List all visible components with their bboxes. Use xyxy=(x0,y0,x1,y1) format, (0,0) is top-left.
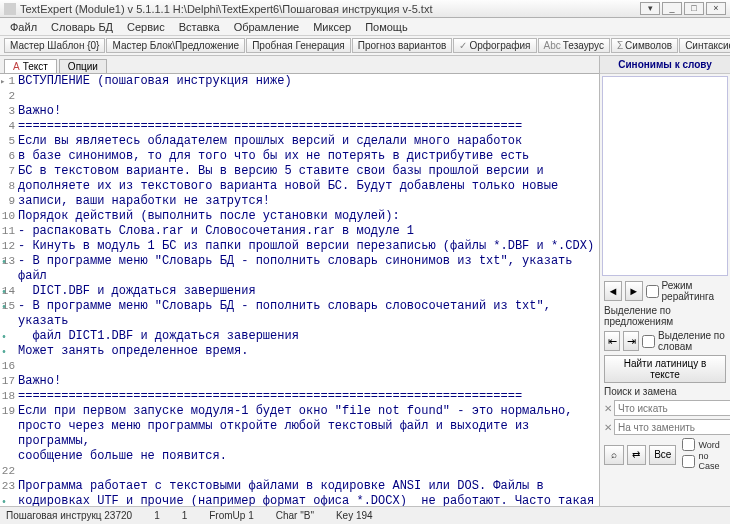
line-text[interactable]: ВСТУПЛЕНИЕ (пошаговая инструкция ниже) xyxy=(18,74,599,89)
dot-icon xyxy=(0,330,11,342)
line-text[interactable]: Порядок действий (выполнить после устано… xyxy=(18,209,599,224)
menu-файл[interactable]: Файл xyxy=(4,20,43,34)
editor-line[interactable]: 3Важно! xyxy=(0,104,599,119)
line-text[interactable]: ========================================… xyxy=(18,389,599,404)
prev-button[interactable]: ◄ xyxy=(604,281,622,301)
tab-опции[interactable]: Опции xyxy=(59,59,107,73)
sentence-prev-button[interactable]: ⇤ xyxy=(604,331,620,351)
toolbar-btn-0[interactable]: Мастер Шаблон {0} xyxy=(4,38,105,53)
editor-line[interactable]: 13- В программе меню "Словарь БД - попол… xyxy=(0,254,599,284)
editor-line[interactable]: 12- Кинуть в модуль 1 БС из папки прошло… xyxy=(0,239,599,254)
line-text[interactable] xyxy=(18,89,599,104)
editor-area[interactable]: 1ВСТУПЛЕНИЕ (пошаговая инструкция ниже)2… xyxy=(0,74,599,506)
line-text[interactable]: - Кинуть в модуль 1 БС из папки прошлой … xyxy=(18,239,599,254)
menu-сервис[interactable]: Сервис xyxy=(121,20,171,34)
line-text[interactable]: просто через меню программы откройте люб… xyxy=(18,419,599,449)
find-latin-button[interactable]: Найти латиницу в тексте xyxy=(604,355,726,383)
editor-line[interactable]: 19Если при первом запуске модуля-1 будет… xyxy=(0,404,599,419)
line-text[interactable]: - В программе меню "Словарь БД - пополни… xyxy=(18,299,599,329)
dot-icon xyxy=(0,300,11,312)
line-text[interactable]: сообщение больше не появится. xyxy=(18,449,599,464)
editor-line[interactable]: 18======================================… xyxy=(0,389,599,404)
editor-line[interactable]: 6в базе синонимов, то для того что бы их… xyxy=(0,149,599,164)
minimize-button[interactable]: _ xyxy=(662,2,682,15)
editor-line[interactable]: 5Если вы являетесь обладателем прошлых в… xyxy=(0,134,599,149)
editor-line[interactable]: 15- В программе меню "Словарь БД - попол… xyxy=(0,299,599,329)
next-button[interactable]: ► xyxy=(625,281,643,301)
close-button[interactable]: × xyxy=(706,2,726,15)
gutter: 18 xyxy=(0,389,18,404)
line-text[interactable]: БС в текстовом варианте. Вы в версию 5 с… xyxy=(18,164,599,179)
tab-текст[interactable]: AТекст xyxy=(4,59,57,73)
select-word-checkbox[interactable]: Выделение по словам xyxy=(642,330,726,352)
line-text[interactable]: DICT.DBF и дождаться завершения xyxy=(18,284,599,299)
line-text[interactable]: Программа работает с текстовыми файлами … xyxy=(18,479,599,494)
status-col: 1 xyxy=(154,510,160,521)
maximize-button[interactable]: □ xyxy=(684,2,704,15)
rewrite-mode-checkbox[interactable]: Режим рерайтинга xyxy=(646,280,726,302)
line-text[interactable]: Если вы являетесь обладателем прошлых ве… xyxy=(18,134,599,149)
find-action-button[interactable]: ⌕ xyxy=(604,445,624,465)
editor-line[interactable]: просто через меню программы откройте люб… xyxy=(0,419,599,449)
editor-line[interactable]: сообщение больше не появится. xyxy=(0,449,599,464)
gutter: 2 xyxy=(0,89,18,104)
editor-line[interactable]: 2 xyxy=(0,89,599,104)
gutter: 4 xyxy=(0,119,18,134)
toolbar-btn-6[interactable]: ΣСимволов xyxy=(611,38,678,53)
editor-line[interactable]: 9записи, ваши наработки не затрутся! xyxy=(0,194,599,209)
find-input[interactable] xyxy=(614,400,730,416)
sentence-next-button[interactable]: ⇥ xyxy=(623,331,639,351)
line-text[interactable]: - распаковать Слова.rar и Словосочетания… xyxy=(18,224,599,239)
line-text[interactable]: записи, ваши наработки не затрутся! xyxy=(18,194,599,209)
editor-line[interactable]: 17Важно! xyxy=(0,374,599,389)
toolbar-btn-3[interactable]: Прогноз вариантов xyxy=(352,38,453,53)
gutter: 5 xyxy=(0,134,18,149)
synonyms-list[interactable] xyxy=(602,76,728,276)
replace-input[interactable] xyxy=(614,419,730,435)
no-case-checkbox[interactable]: no Case xyxy=(682,451,726,471)
editor-line[interactable]: кодировках UTF и прочие (например формат… xyxy=(0,494,599,506)
extra-button[interactable]: ▾ xyxy=(640,2,660,15)
editor-line[interactable]: 11- распаковать Слова.rar и Словосочетан… xyxy=(0,224,599,239)
line-text[interactable]: Важно! xyxy=(18,374,599,389)
editor-line[interactable]: 10Порядок действий (выполнить после уста… xyxy=(0,209,599,224)
editor-line[interactable]: 22 xyxy=(0,464,599,479)
menu-вставка[interactable]: Вставка xyxy=(173,20,226,34)
line-text[interactable]: файл DICT1.DBF и дождаться завершения xyxy=(18,329,599,344)
whole-word-checkbox[interactable]: Word xyxy=(682,438,726,451)
editor-line[interactable]: 7БС в текстовом варианте. Вы в версию 5 … xyxy=(0,164,599,179)
clear-replace-icon[interactable]: ✕ xyxy=(604,422,612,433)
line-text[interactable]: Может занять определенное время. xyxy=(18,344,599,359)
editor-line[interactable]: Может занять определенное время. xyxy=(0,344,599,359)
line-text[interactable]: ========================================… xyxy=(18,119,599,134)
line-text[interactable]: - В программе меню "Словарь БД - пополни… xyxy=(18,254,599,284)
line-text[interactable] xyxy=(18,359,599,374)
line-text[interactable] xyxy=(18,464,599,479)
clear-find-icon[interactable]: ✕ xyxy=(604,403,612,414)
line-text[interactable]: Если при первом запуске модуля-1 будет о… xyxy=(18,404,599,419)
editor-line[interactable]: 23Программа работает с текстовыми файлам… xyxy=(0,479,599,494)
dot-icon xyxy=(0,255,11,267)
line-text[interactable]: кодировках UTF и прочие (например формат… xyxy=(18,494,599,506)
menu-миксер[interactable]: Миксер xyxy=(307,20,357,34)
replace-all-button[interactable]: Все xyxy=(649,445,676,465)
editor-line[interactable]: 14 DICT.DBF и дождаться завершения xyxy=(0,284,599,299)
menu-словарь бд[interactable]: Словарь БД xyxy=(45,20,119,34)
menu-обрамление[interactable]: Обрамление xyxy=(228,20,306,34)
toolbar-btn-4[interactable]: ✓Орфография xyxy=(453,38,536,53)
editor-line[interactable]: 8дополняете их из текстового варианта но… xyxy=(0,179,599,194)
toolbar-btn-2[interactable]: Пробная Генерация xyxy=(246,38,351,53)
editor-line[interactable]: 1ВСТУПЛЕНИЕ (пошаговая инструкция ниже) xyxy=(0,74,599,89)
menu-помощь[interactable]: Помощь xyxy=(359,20,414,34)
toolbar-btn-1[interactable]: Мастер Блок\Предложение xyxy=(106,38,245,53)
toolbar-btn-5[interactable]: AbcТезаурус xyxy=(538,38,610,53)
line-text[interactable]: Важно! xyxy=(18,104,599,119)
editor-line[interactable]: файл DICT1.DBF и дождаться завершения xyxy=(0,329,599,344)
editor-line[interactable]: 16 xyxy=(0,359,599,374)
toolbar-btn-7[interactable]: Синтаксис { { } } xyxy=(679,38,730,53)
line-text[interactable]: в базе синонимов, то для того что бы их … xyxy=(18,149,599,164)
replace-action-button[interactable]: ⇄ xyxy=(627,445,647,465)
gutter: 14 xyxy=(0,284,18,299)
editor-line[interactable]: 4=======================================… xyxy=(0,119,599,134)
line-text[interactable]: дополняете их из текстового варианта нов… xyxy=(18,179,599,194)
